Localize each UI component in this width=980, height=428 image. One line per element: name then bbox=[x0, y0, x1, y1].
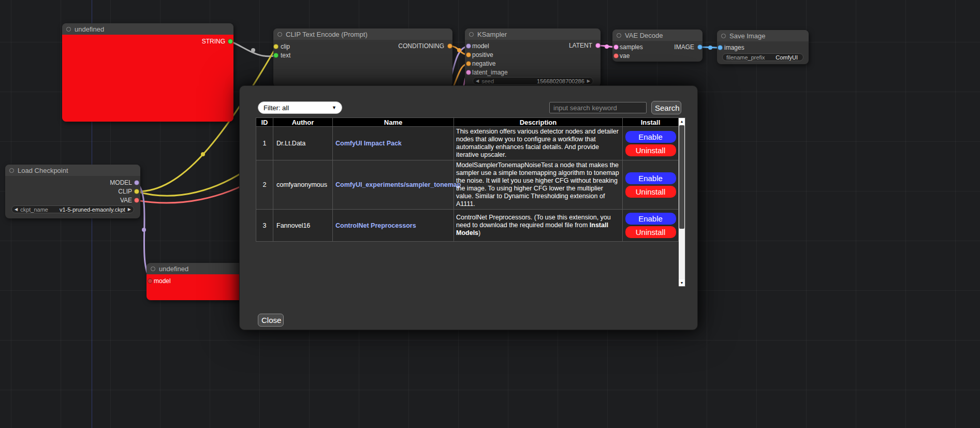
output-slot-label: VAE bbox=[120, 197, 132, 204]
output-dot-conditioning[interactable] bbox=[447, 43, 452, 49]
input-dot-samples[interactable] bbox=[613, 45, 619, 50]
table-header-row: ID Author Name Description Install bbox=[256, 118, 679, 127]
node-save-image[interactable]: Save Image images filename_prefix ComfyU… bbox=[717, 30, 809, 64]
node-title: undefined bbox=[75, 25, 104, 33]
seed-widget[interactable]: ◀ seed 156680208700286 ▶ bbox=[473, 77, 593, 85]
enable-button[interactable]: Enable bbox=[625, 172, 676, 184]
input-dot-model[interactable] bbox=[466, 43, 471, 49]
filename-prefix-value: ComfyUI bbox=[776, 54, 798, 61]
extension-install-cell: EnableUninstall bbox=[623, 127, 679, 160]
ckpt-name-widget[interactable]: ◀ ckpt_name v1-5-pruned-emaonly.ckpt ▶ bbox=[11, 205, 134, 213]
node-clip-text-encode[interactable]: CLIP Text Encode (Prompt) clip text COND… bbox=[273, 28, 452, 87]
node-vae-decode[interactable]: VAE Decode samples vae IMAGE bbox=[612, 29, 703, 62]
search-button[interactable]: Search bbox=[651, 101, 681, 114]
node-header[interactable]: CLIP Text Encode (Prompt) bbox=[273, 28, 452, 40]
extensions-table: ID Author Name Description Install 1Dr.L… bbox=[256, 117, 679, 242]
input-dot-negative[interactable] bbox=[466, 61, 471, 66]
filename-prefix-widget[interactable]: filename_prefix ComfyUI bbox=[722, 53, 803, 61]
uninstall-button[interactable]: Uninstall bbox=[625, 226, 676, 238]
filter-select[interactable]: Filter: all ▼ bbox=[258, 101, 342, 114]
extensions-table-body: 1Dr.Lt.DataComfyUI Impact PackThis exten… bbox=[256, 127, 679, 242]
link-midpoint-dot bbox=[457, 48, 461, 52]
extension-install-cell: EnableUninstall bbox=[623, 160, 679, 210]
output-dot-vae[interactable] bbox=[134, 198, 139, 203]
output-dot-model[interactable] bbox=[134, 180, 139, 185]
search-input[interactable] bbox=[549, 102, 647, 113]
increment-arrow-icon[interactable]: ▶ bbox=[587, 79, 590, 83]
enable-button[interactable]: Enable bbox=[625, 213, 676, 225]
enable-button[interactable]: Enable bbox=[625, 131, 676, 143]
node-title: KSampler bbox=[477, 31, 507, 38]
node-header[interactable]: undefined bbox=[62, 23, 233, 35]
input-slot-label: vae bbox=[620, 52, 630, 60]
input-slot-label: model bbox=[154, 277, 171, 285]
node-undefined-top[interactable]: undefined STRING bbox=[62, 23, 233, 122]
input-slot-label: latent_image bbox=[472, 69, 508, 76]
uninstall-button[interactable]: Uninstall bbox=[625, 144, 676, 156]
collapse-dot[interactable] bbox=[617, 33, 621, 38]
table-row: 3Fannovel16ControlNet PreprocessorsContr… bbox=[256, 210, 679, 242]
collapse-dot[interactable] bbox=[9, 168, 14, 173]
ckpt-name-value: v1-5-pruned-emaonly.ckpt bbox=[60, 206, 125, 213]
table-scrollbar[interactable]: ▲ ▼ bbox=[679, 117, 685, 287]
extension-link[interactable]: ControlNet Preprocessors bbox=[335, 222, 416, 229]
extension-id: 2 bbox=[256, 160, 273, 210]
output-dot-string[interactable] bbox=[228, 39, 233, 44]
input-dot-positive[interactable] bbox=[466, 52, 471, 57]
collapse-dot[interactable] bbox=[66, 27, 71, 32]
wire-clip-2 bbox=[137, 167, 251, 196]
node-title: undefined bbox=[159, 265, 188, 273]
scroll-up-icon[interactable]: ▲ bbox=[679, 118, 685, 125]
input-dot-text[interactable] bbox=[273, 53, 279, 58]
output-slot-label: IMAGE bbox=[674, 43, 694, 51]
extension-description: This extension offers various detector n… bbox=[454, 127, 623, 160]
input-dot-model[interactable] bbox=[148, 278, 153, 284]
extension-link[interactable]: ComfyUI Impact Pack bbox=[335, 140, 402, 147]
scroll-down-icon[interactable]: ▼ bbox=[679, 279, 685, 286]
output-dot-latent[interactable] bbox=[595, 43, 601, 48]
output-dot-image[interactable] bbox=[697, 45, 703, 50]
input-dot-clip[interactable] bbox=[273, 44, 279, 49]
node-load-checkpoint[interactable]: Load Checkpoint MODEL CLIP VAE ◀ ckpt_na… bbox=[5, 165, 140, 218]
filter-select-value: Filter: all bbox=[264, 104, 289, 112]
output-slot-label: LATENT bbox=[569, 42, 592, 49]
node-header[interactable]: VAE Decode bbox=[612, 29, 703, 41]
input-dot-vae[interactable] bbox=[613, 53, 619, 58]
output-slot-label: CONDITIONING bbox=[398, 42, 444, 50]
input-dot-latent-image[interactable] bbox=[466, 70, 471, 75]
extension-install-cell: EnableUninstall bbox=[623, 210, 679, 242]
extension-name-cell: ControlNet Preprocessors bbox=[333, 210, 454, 242]
extension-link[interactable]: ComfyUI_experiments/sampler_tonemap bbox=[335, 181, 461, 188]
collapse-dot[interactable] bbox=[469, 32, 474, 37]
node-ksampler[interactable]: KSampler model positive negative latent_… bbox=[465, 28, 601, 87]
node-title: Load Checkpoint bbox=[18, 167, 68, 174]
extension-description: ModelSamplerTonemapNoiseTest a node that… bbox=[454, 160, 623, 210]
header-author: Author bbox=[273, 118, 333, 127]
header-description: Description bbox=[454, 118, 623, 127]
uninstall-button[interactable]: Uninstall bbox=[625, 186, 676, 198]
collapse-dot[interactable] bbox=[721, 34, 726, 38]
prev-arrow-icon[interactable]: ◀ bbox=[14, 208, 18, 212]
output-slot-label: STRING bbox=[202, 38, 225, 45]
header-id: ID bbox=[256, 118, 273, 127]
node-header[interactable]: Save Image bbox=[717, 30, 809, 41]
close-button[interactable]: Close bbox=[258, 314, 284, 327]
description-text: ) bbox=[478, 229, 480, 237]
collapse-dot[interactable] bbox=[277, 32, 282, 37]
description-text: ControlNet Preprocessors. (To use this e… bbox=[456, 214, 611, 229]
link-midpoint-dot bbox=[142, 228, 146, 232]
node-header[interactable]: KSampler bbox=[465, 28, 601, 40]
graph-canvas[interactable]: undefined STRING CLIP Text Encode (Promp… bbox=[0, 0, 980, 428]
description-text: ModelSamplerTonemapNoiseTest a node that… bbox=[456, 161, 619, 208]
scrollbar-thumb[interactable] bbox=[679, 125, 684, 229]
decrement-arrow-icon[interactable]: ◀ bbox=[476, 79, 479, 83]
next-arrow-icon[interactable]: ▶ bbox=[128, 208, 131, 212]
ckpt-name-label: ckpt_name bbox=[20, 206, 48, 213]
node-header[interactable]: Load Checkpoint bbox=[5, 165, 140, 176]
input-dot-images[interactable] bbox=[718, 45, 723, 50]
input-slot-label: samples bbox=[620, 43, 643, 51]
seed-widget-value: 156680208700286 bbox=[537, 78, 584, 84]
node-title: VAE Decode bbox=[625, 32, 663, 39]
output-dot-clip[interactable] bbox=[134, 189, 139, 194]
collapse-dot[interactable] bbox=[151, 267, 155, 271]
